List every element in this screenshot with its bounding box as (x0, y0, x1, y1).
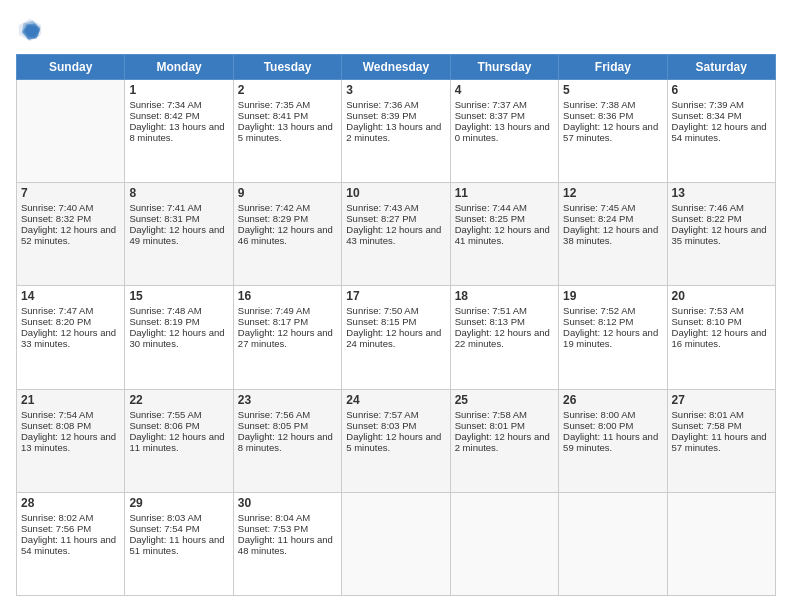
calendar-body: 1Sunrise: 7:34 AMSunset: 8:42 PMDaylight… (17, 80, 776, 596)
daylight-text: Daylight: 12 hours and 19 minutes. (563, 327, 662, 349)
sunset-text: Sunset: 7:56 PM (21, 523, 120, 534)
calendar-cell: 20Sunrise: 7:53 AMSunset: 8:10 PMDayligh… (667, 286, 775, 389)
calendar-cell: 21Sunrise: 7:54 AMSunset: 8:08 PMDayligh… (17, 389, 125, 492)
calendar-cell: 29Sunrise: 8:03 AMSunset: 7:54 PMDayligh… (125, 492, 233, 595)
sunrise-text: Sunrise: 7:57 AM (346, 409, 445, 420)
sunset-text: Sunset: 8:10 PM (672, 316, 771, 327)
weekday-header: Saturday (667, 55, 775, 80)
day-number: 18 (455, 289, 554, 303)
daylight-text: Daylight: 12 hours and 8 minutes. (238, 431, 337, 453)
sunrise-text: Sunrise: 7:56 AM (238, 409, 337, 420)
day-number: 27 (672, 393, 771, 407)
sunrise-text: Sunrise: 8:00 AM (563, 409, 662, 420)
sunrise-text: Sunrise: 7:39 AM (672, 99, 771, 110)
day-number: 12 (563, 186, 662, 200)
sunset-text: Sunset: 8:13 PM (455, 316, 554, 327)
sunrise-text: Sunrise: 7:58 AM (455, 409, 554, 420)
calendar-cell (559, 492, 667, 595)
day-number: 25 (455, 393, 554, 407)
sunrise-text: Sunrise: 7:36 AM (346, 99, 445, 110)
sunrise-text: Sunrise: 7:44 AM (455, 202, 554, 213)
header (16, 16, 776, 44)
daylight-text: Daylight: 11 hours and 59 minutes. (563, 431, 662, 453)
daylight-text: Daylight: 12 hours and 27 minutes. (238, 327, 337, 349)
day-number: 8 (129, 186, 228, 200)
sunset-text: Sunset: 8:12 PM (563, 316, 662, 327)
sunrise-text: Sunrise: 7:42 AM (238, 202, 337, 213)
calendar-cell: 16Sunrise: 7:49 AMSunset: 8:17 PMDayligh… (233, 286, 341, 389)
calendar-cell (342, 492, 450, 595)
sunset-text: Sunset: 8:27 PM (346, 213, 445, 224)
daylight-text: Daylight: 11 hours and 51 minutes. (129, 534, 228, 556)
weekday-header: Monday (125, 55, 233, 80)
logo (16, 16, 48, 44)
daylight-text: Daylight: 12 hours and 57 minutes. (563, 121, 662, 143)
sunset-text: Sunset: 8:01 PM (455, 420, 554, 431)
sunset-text: Sunset: 8:17 PM (238, 316, 337, 327)
calendar-cell: 19Sunrise: 7:52 AMSunset: 8:12 PMDayligh… (559, 286, 667, 389)
page: SundayMondayTuesdayWednesdayThursdayFrid… (0, 0, 792, 612)
day-number: 15 (129, 289, 228, 303)
sunset-text: Sunset: 8:32 PM (21, 213, 120, 224)
daylight-text: Daylight: 12 hours and 24 minutes. (346, 327, 445, 349)
sunrise-text: Sunrise: 7:49 AM (238, 305, 337, 316)
calendar-week-row: 14Sunrise: 7:47 AMSunset: 8:20 PMDayligh… (17, 286, 776, 389)
daylight-text: Daylight: 12 hours and 2 minutes. (455, 431, 554, 453)
calendar-cell: 30Sunrise: 8:04 AMSunset: 7:53 PMDayligh… (233, 492, 341, 595)
daylight-text: Daylight: 12 hours and 5 minutes. (346, 431, 445, 453)
day-number: 5 (563, 83, 662, 97)
calendar-cell: 26Sunrise: 8:00 AMSunset: 8:00 PMDayligh… (559, 389, 667, 492)
daylight-text: Daylight: 12 hours and 33 minutes. (21, 327, 120, 349)
day-number: 6 (672, 83, 771, 97)
sunset-text: Sunset: 8:25 PM (455, 213, 554, 224)
daylight-text: Daylight: 13 hours and 0 minutes. (455, 121, 554, 143)
calendar-cell (450, 492, 558, 595)
calendar-header-row: SundayMondayTuesdayWednesdayThursdayFrid… (17, 55, 776, 80)
calendar-week-row: 7Sunrise: 7:40 AMSunset: 8:32 PMDaylight… (17, 183, 776, 286)
calendar-cell (667, 492, 775, 595)
sunset-text: Sunset: 8:00 PM (563, 420, 662, 431)
calendar-cell: 17Sunrise: 7:50 AMSunset: 8:15 PMDayligh… (342, 286, 450, 389)
sunset-text: Sunset: 8:03 PM (346, 420, 445, 431)
calendar-cell: 14Sunrise: 7:47 AMSunset: 8:20 PMDayligh… (17, 286, 125, 389)
sunset-text: Sunset: 8:22 PM (672, 213, 771, 224)
day-number: 10 (346, 186, 445, 200)
calendar-cell: 27Sunrise: 8:01 AMSunset: 7:58 PMDayligh… (667, 389, 775, 492)
daylight-text: Daylight: 12 hours and 43 minutes. (346, 224, 445, 246)
weekday-header: Friday (559, 55, 667, 80)
sunrise-text: Sunrise: 7:48 AM (129, 305, 228, 316)
calendar-cell: 5Sunrise: 7:38 AMSunset: 8:36 PMDaylight… (559, 80, 667, 183)
daylight-text: Daylight: 12 hours and 22 minutes. (455, 327, 554, 349)
sunset-text: Sunset: 8:08 PM (21, 420, 120, 431)
calendar-cell: 12Sunrise: 7:45 AMSunset: 8:24 PMDayligh… (559, 183, 667, 286)
calendar-week-row: 28Sunrise: 8:02 AMSunset: 7:56 PMDayligh… (17, 492, 776, 595)
calendar-week-row: 21Sunrise: 7:54 AMSunset: 8:08 PMDayligh… (17, 389, 776, 492)
day-number: 26 (563, 393, 662, 407)
calendar-cell: 3Sunrise: 7:36 AMSunset: 8:39 PMDaylight… (342, 80, 450, 183)
sunset-text: Sunset: 8:39 PM (346, 110, 445, 121)
calendar-cell: 1Sunrise: 7:34 AMSunset: 8:42 PMDaylight… (125, 80, 233, 183)
day-number: 14 (21, 289, 120, 303)
day-number: 22 (129, 393, 228, 407)
calendar-cell: 2Sunrise: 7:35 AMSunset: 8:41 PMDaylight… (233, 80, 341, 183)
calendar-cell (17, 80, 125, 183)
sunrise-text: Sunrise: 7:46 AM (672, 202, 771, 213)
daylight-text: Daylight: 12 hours and 49 minutes. (129, 224, 228, 246)
sunrise-text: Sunrise: 7:35 AM (238, 99, 337, 110)
day-number: 3 (346, 83, 445, 97)
sunset-text: Sunset: 8:29 PM (238, 213, 337, 224)
calendar-cell: 24Sunrise: 7:57 AMSunset: 8:03 PMDayligh… (342, 389, 450, 492)
calendar-cell: 4Sunrise: 7:37 AMSunset: 8:37 PMDaylight… (450, 80, 558, 183)
sunrise-text: Sunrise: 7:37 AM (455, 99, 554, 110)
sunrise-text: Sunrise: 7:52 AM (563, 305, 662, 316)
sunrise-text: Sunrise: 8:04 AM (238, 512, 337, 523)
daylight-text: Daylight: 11 hours and 54 minutes. (21, 534, 120, 556)
sunset-text: Sunset: 8:24 PM (563, 213, 662, 224)
sunset-text: Sunset: 8:20 PM (21, 316, 120, 327)
daylight-text: Daylight: 12 hours and 38 minutes. (563, 224, 662, 246)
weekday-header: Sunday (17, 55, 125, 80)
sunset-text: Sunset: 8:05 PM (238, 420, 337, 431)
sunrise-text: Sunrise: 7:40 AM (21, 202, 120, 213)
day-number: 30 (238, 496, 337, 510)
daylight-text: Daylight: 12 hours and 35 minutes. (672, 224, 771, 246)
